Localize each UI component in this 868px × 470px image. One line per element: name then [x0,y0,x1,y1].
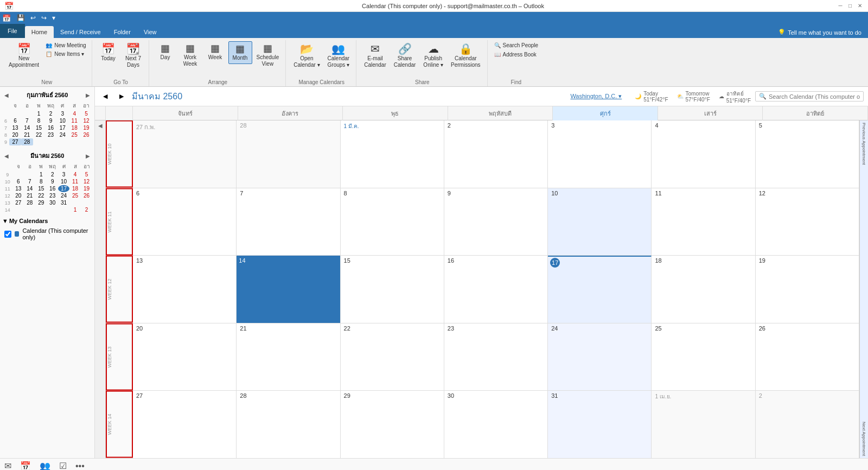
calendar-checkbox[interactable] [4,231,11,238]
day-header-fri: ศุกร์ [553,106,658,120]
cal-prev-btn[interactable]: ◀ [99,91,111,102]
cal-cell-feb27[interactable]: 27 ก.พ. [133,120,237,188]
day-btn[interactable]: ▦ Day [154,41,177,63]
share-calendar-btn[interactable]: 🔗 ShareCalendar [391,41,419,71]
cal-cell-mar10[interactable]: 10 [548,188,652,256]
calendar-nav-btn[interactable]: 📅 [18,460,33,470]
cal-cell-mar16[interactable]: 16 [444,256,548,323]
today-icon: 📅 [101,43,115,54]
goto-group-label: Go To [97,78,145,85]
cal-cell-mar26[interactable]: 26 [756,323,859,391]
new-meeting-btn[interactable]: 👥 New Meeting [43,41,88,49]
my-calendars-header: ▼ My Calendars [2,218,92,224]
mini-cal-prev-btn[interactable]: ◀ [4,92,9,98]
new-appointment-btn[interactable]: 📅 NewAppointment [5,41,42,71]
ribbon-group-goto-items: 📅 Today 📆 Next 7Days [97,41,145,78]
email-calendar-btn[interactable]: ✉ E-mailCalendar [361,41,390,71]
cal-cell-mar6[interactable]: 6 [133,188,237,256]
day-icon: ▦ [161,43,170,53]
customize-qa-btn[interactable]: ▾ [50,14,57,22]
cal-cell-mar4[interactable]: 4 [652,120,755,188]
tab-send-receive[interactable]: Send / Receive [54,26,107,38]
cal-cell-mar11[interactable]: 11 [652,188,755,256]
month-btn[interactable]: ▦ Month [228,41,252,64]
cal-cell-mar28[interactable]: 28 [237,391,340,458]
search-people-btn[interactable]: 🔍 Search People [492,41,541,49]
cal-cell-mar13[interactable]: 13 [133,256,237,323]
cal-cell-mar9[interactable]: 9 [444,188,548,256]
cal-cell-mar20[interactable]: 20 [133,323,237,391]
window-controls[interactable]: ─ □ ✕ [837,2,864,10]
cal-cell-apr1[interactable]: 1 เม.ย. [652,391,755,458]
ribbon-group-share-items: ✉ E-mailCalendar 🔗 ShareCalendar ☁ Publi… [361,41,483,78]
cal-cell-mar24[interactable]: 24 [548,323,652,391]
cal-cell-mar30[interactable]: 30 [444,391,548,458]
search-box[interactable]: 🔍 [755,91,864,101]
calendar-permissions-btn[interactable]: 🔒 CalendarPermissions [448,41,483,71]
restore-btn[interactable]: □ [846,2,854,10]
cal-cell-mar18[interactable]: 18 [652,256,755,323]
people-nav-btn[interactable]: 👥 [37,460,53,470]
cal-row-week13: WEEK 13 20 21 22 23 24 [106,323,859,391]
location-selector[interactable]: Washington, D.C. ▾ [570,93,622,100]
scheduleview-btn[interactable]: ▦ ScheduleView [253,41,283,69]
tab-file[interactable]: File [0,24,25,38]
minimize-btn[interactable]: ─ [837,2,844,10]
cal-cell-apr2[interactable]: 2 [756,391,859,458]
cal-cell-mar23[interactable]: 23 [444,323,548,391]
cal-cell-mar7[interactable]: 7 [237,188,340,256]
more-nav-btn[interactable]: ••• [73,460,87,471]
week-btn[interactable]: ▦ Week [203,41,227,63]
quick-access-toolbar: 📅 💾 ↩ ↪ ▾ [0,12,868,24]
undo-qa-btn[interactable]: ↩ [29,14,37,22]
sidebar-collapse-btn[interactable]: ◀ [95,120,106,458]
mini-cal-mar-next-btn[interactable]: ▶ [86,153,90,159]
next7-btn[interactable]: 📆 Next 7Days [122,41,145,71]
publish-online-btn[interactable]: ☁ PublishOnline ▾ [420,41,446,71]
new-items-btn[interactable]: 📋 New Items ▾ [43,50,88,58]
cal-cell-mar12[interactable]: 12 [756,188,859,256]
day-header-tue: อังคาร [238,106,343,120]
cal-next-btn[interactable]: ▶ [116,91,127,102]
mail-nav-btn[interactable]: ✉ [2,460,14,470]
cal-cell-mar29[interactable]: 29 [341,391,444,458]
right-panel[interactable]: Previous Appointment Next Appointment [859,120,868,458]
tasks-nav-btn[interactable]: ☑ [57,460,69,470]
cal-cell-mar31[interactable]: 31 [548,391,652,458]
cal-cell-mar25[interactable]: 25 [652,323,755,391]
cal-cell-mar1[interactable]: 1 มี.ค. [341,120,444,188]
mini-cal-next-btn[interactable]: ▶ [86,92,90,98]
mini-cal-mar-header: ◀ มีนาคม 2560 ▶ [2,150,92,162]
redo-qa-btn[interactable]: ↪ [40,14,48,22]
calendar-item[interactable]: Calendar (This computer only) [2,226,92,242]
tab-view[interactable]: View [137,26,163,38]
open-calendar-btn[interactable]: 📂 OpenCalendar ▾ [290,41,323,71]
tab-home[interactable]: Home [25,26,54,38]
publish-icon: ☁ [428,43,439,54]
cal-cell-mar14[interactable]: 14 [237,256,340,323]
cal-cell-feb28[interactable]: 28 [237,120,340,188]
mini-cal-mar-prev-btn[interactable]: ◀ [4,153,9,159]
close-btn[interactable]: ✕ [856,2,864,10]
cal-cell-mar19[interactable]: 19 [756,256,859,323]
cal-cell-mar27[interactable]: 27 [133,391,237,458]
cal-cell-mar15[interactable]: 15 [341,256,444,323]
cal-cell-mar8[interactable]: 8 [341,188,444,256]
find-group-label: Find [492,78,541,85]
cal-cell-mar17[interactable]: 17 [548,256,652,323]
calendar-groups-btn[interactable]: 👥 CalendarGroups ▾ [324,41,353,71]
tab-folder[interactable]: Folder [107,26,137,38]
cal-cell-mar21[interactable]: 21 [237,323,340,391]
search-input[interactable] [769,93,860,100]
workweek-btn[interactable]: ▦ WorkWeek [178,41,202,69]
address-book-btn[interactable]: 📖 Address Book [492,50,541,59]
cal-cell-mar5[interactable]: 5 [756,120,859,188]
cal-cell-mar22[interactable]: 22 [341,323,444,391]
cal-cell-mar2[interactable]: 2 [444,120,548,188]
save-qa-btn[interactable]: 💾 [15,14,27,22]
tell-me-box[interactable]: 💡 Tell me what you want to do [771,27,868,38]
nav-bottom: ✉ 📅 👥 ☑ ••• [0,458,868,470]
cal-cell-mar3[interactable]: 3 [548,120,652,188]
today-btn[interactable]: 📅 Today [97,41,120,64]
title-bar: 📅 Calendar (This computer only) - suppor… [0,0,868,12]
